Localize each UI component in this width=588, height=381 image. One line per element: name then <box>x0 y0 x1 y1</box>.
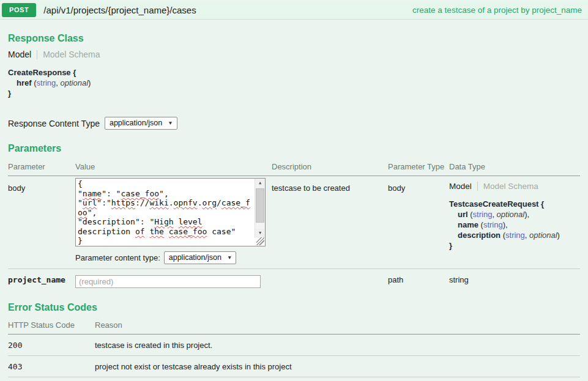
chevron-down-icon: ▼ <box>227 254 232 261</box>
tab-model[interactable]: Model <box>449 182 472 191</box>
response-content-type-value: application/json <box>110 119 162 127</box>
body-json-text: { "name": "case_foo", "url":"https://wik… <box>78 179 255 246</box>
error-status-codes-title: Error Status Codes <box>8 302 580 313</box>
scroll-down-icon[interactable]: ▼ <box>255 229 265 238</box>
error-reason-400: body or name not provided <box>95 377 580 381</box>
param-name-project-name: project_name <box>8 269 75 288</box>
response-content-type-label: Response Content Type <box>8 119 100 128</box>
response-content-type-select[interactable]: application/json ▼ <box>105 117 177 130</box>
tab-model-schema[interactable]: Model Schema <box>483 182 538 191</box>
scrollbar-thumb[interactable] <box>256 188 264 223</box>
param-value-cell: { "name": "case_foo", "url":"https://wik… <box>75 176 272 264</box>
parameter-content-type-row: Parameter content type: application/json… <box>75 251 272 264</box>
col-data-type: Data Type <box>449 158 580 176</box>
http-method-badge: POST <box>2 3 36 17</box>
endpoint-summary-link[interactable]: create a testcase of a project by projec… <box>412 6 582 15</box>
parameters-table: Parameter Value Description Parameter Ty… <box>8 158 580 288</box>
operation-content: Response Class Model Model Schema Create… <box>0 20 588 381</box>
error-code-403: 403 <box>8 356 95 377</box>
col-http-status-code: HTTP Status Code <box>8 317 95 335</box>
request-model-signature: TestcaseCreateRequest {url (string, opti… <box>449 199 580 251</box>
parameter-content-type-select[interactable]: application/json ▼ <box>164 251 237 264</box>
tab-model[interactable]: Model <box>8 50 31 59</box>
param-description-project-name <box>272 269 388 288</box>
col-parameter: Parameter <box>8 158 75 176</box>
col-parameter-type: Parameter Type <box>388 158 449 176</box>
data-type-project-name: string <box>449 269 580 288</box>
error-code-400: 400 <box>8 377 95 381</box>
parameter-content-type-label: Parameter content type: <box>75 253 160 262</box>
data-type-body-cell: Model Model Schema TestcaseCreateRequest… <box>449 176 580 264</box>
parameter-content-type-value: application/json <box>169 253 221 262</box>
response-content-type-row: Response Content Type application/json ▼ <box>8 117 580 130</box>
parameters-title: Parameters <box>8 143 580 154</box>
response-class-title: Response Class <box>8 20 580 44</box>
param-description-body: testcase to be created <box>272 176 388 264</box>
resize-grip-icon[interactable] <box>256 237 264 245</box>
project-name-value-cell <box>75 269 272 288</box>
tab-model-schema[interactable]: Model Schema <box>43 50 100 59</box>
operation-header: POST /api/v1/projects/{project_name}/cas… <box>0 1 588 20</box>
param-type-body: body <box>388 176 449 264</box>
endpoint-path-link[interactable]: /api/v1/projects/{project_name}/cases <box>43 5 196 15</box>
editor-scrollbar[interactable]: ▲ ▼ <box>255 179 265 238</box>
response-model-signature: CreateResponse {href (string, optional)} <box>8 67 580 98</box>
param-name-body: body <box>8 176 75 264</box>
response-class-tabs: Model Model Schema <box>8 50 580 59</box>
error-code-200: 200 <box>8 335 95 356</box>
tab-divider <box>37 50 37 59</box>
col-description: Description <box>272 158 388 176</box>
tab-divider <box>477 182 478 191</box>
data-type-tabs: Model Model Schema <box>449 182 580 191</box>
chevron-down-icon: ▼ <box>168 120 173 126</box>
body-value-editor[interactable]: { "name": "case_foo", "url":"https://wik… <box>75 178 266 246</box>
error-status-codes-table: HTTP Status Code Reason 200 testcase is … <box>8 317 580 381</box>
col-value: Value <box>75 158 272 176</box>
project-name-input[interactable] <box>75 275 261 288</box>
param-type-project-name: path <box>388 269 449 288</box>
col-reason: Reason <box>95 317 580 335</box>
scroll-up-icon[interactable]: ▲ <box>255 179 265 188</box>
error-reason-403: project not exist or testcase already ex… <box>95 356 580 377</box>
error-reason-200: testcase is created in this project. <box>95 335 580 356</box>
